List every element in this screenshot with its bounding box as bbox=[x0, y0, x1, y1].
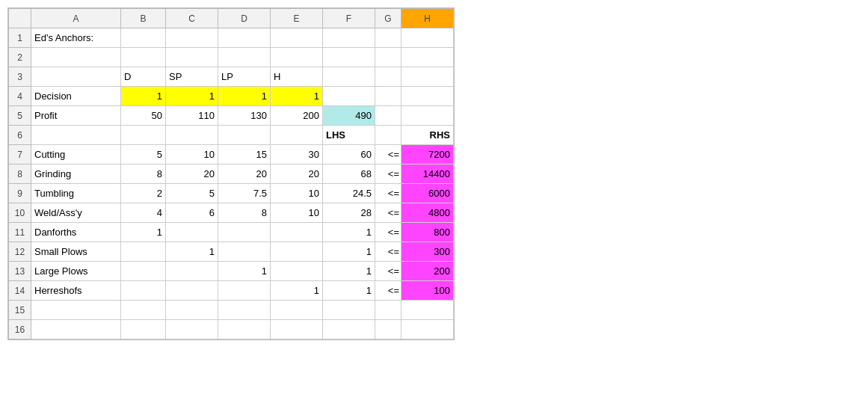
cell-2-H[interactable] bbox=[401, 48, 454, 67]
cell-13-D[interactable]: 1 bbox=[218, 262, 271, 281]
cell-14-F[interactable]: 1 bbox=[323, 281, 375, 301]
cell-3-F[interactable] bbox=[323, 67, 375, 87]
cell-8-G[interactable]: <= bbox=[375, 165, 401, 184]
cell-11-D[interactable] bbox=[218, 223, 271, 242]
cell-11-C[interactable] bbox=[166, 223, 218, 242]
cell-9-B[interactable]: 2 bbox=[121, 184, 166, 203]
cell-1-B[interactable] bbox=[121, 28, 166, 48]
cell-10-G[interactable]: <= bbox=[375, 203, 401, 223]
cell-9-H[interactable]: 6000 bbox=[401, 184, 454, 203]
cell-14-E[interactable]: 1 bbox=[271, 281, 323, 301]
cell-5-C[interactable]: 110 bbox=[166, 106, 218, 126]
cell-8-B[interactable]: 8 bbox=[121, 165, 166, 184]
cell-10-D[interactable]: 8 bbox=[218, 203, 271, 223]
cell-4-B[interactable]: 1 bbox=[121, 87, 166, 106]
cell-13-A[interactable]: Large Plows bbox=[31, 262, 121, 281]
cell-12-D[interactable] bbox=[218, 242, 271, 262]
cell-8-H[interactable]: 14400 bbox=[401, 165, 454, 184]
cell-5-G[interactable] bbox=[375, 106, 401, 126]
cell-11-A[interactable]: Danforths bbox=[31, 223, 121, 242]
cell-8-F[interactable]: 68 bbox=[323, 165, 375, 184]
cell-1-H[interactable] bbox=[401, 28, 454, 48]
cell-10-A[interactable]: Weld/Ass'y bbox=[31, 203, 121, 223]
cell-11-G[interactable]: <= bbox=[375, 223, 401, 242]
cell-2-A[interactable] bbox=[31, 48, 121, 67]
cell-6-B[interactable] bbox=[121, 126, 166, 145]
cell-10-H[interactable]: 4800 bbox=[401, 203, 454, 223]
cell-12-F[interactable]: 1 bbox=[323, 242, 375, 262]
cell-9-C[interactable]: 5 bbox=[166, 184, 218, 203]
cell-11-H[interactable]: 800 bbox=[401, 223, 454, 242]
cell-15-C[interactable] bbox=[166, 301, 218, 320]
cell-11-E[interactable] bbox=[271, 223, 323, 242]
cell-9-F[interactable]: 24.5 bbox=[323, 184, 375, 203]
cell-3-C[interactable]: SP bbox=[166, 67, 218, 87]
cell-2-E[interactable] bbox=[271, 48, 323, 67]
cell-12-B[interactable] bbox=[121, 242, 166, 262]
cell-7-E[interactable]: 30 bbox=[271, 145, 323, 165]
cell-12-H[interactable]: 300 bbox=[401, 242, 454, 262]
cell-1-C[interactable] bbox=[166, 28, 218, 48]
cell-15-G[interactable] bbox=[375, 301, 401, 320]
cell-9-D[interactable]: 7.5 bbox=[218, 184, 271, 203]
cell-10-F[interactable]: 28 bbox=[323, 203, 375, 223]
cell-7-D[interactable]: 15 bbox=[218, 145, 271, 165]
cell-4-F[interactable] bbox=[323, 87, 375, 106]
cell-10-C[interactable]: 6 bbox=[166, 203, 218, 223]
cell-1-E[interactable] bbox=[271, 28, 323, 48]
cell-10-E[interactable]: 10 bbox=[271, 203, 323, 223]
cell-11-F[interactable]: 1 bbox=[323, 223, 375, 242]
cell-10-B[interactable]: 4 bbox=[121, 203, 166, 223]
cell-8-C[interactable]: 20 bbox=[166, 165, 218, 184]
cell-15-A[interactable] bbox=[31, 301, 121, 320]
cell-13-H[interactable]: 200 bbox=[401, 262, 454, 281]
cell-13-G[interactable]: <= bbox=[375, 262, 401, 281]
cell-3-E[interactable]: H bbox=[271, 67, 323, 87]
cell-16-F[interactable] bbox=[323, 320, 375, 339]
cell-16-B[interactable] bbox=[121, 320, 166, 339]
cell-6-D[interactable] bbox=[218, 126, 271, 145]
cell-2-B[interactable] bbox=[121, 48, 166, 67]
cell-16-D[interactable] bbox=[218, 320, 271, 339]
cell-5-A[interactable]: Profit bbox=[31, 106, 121, 126]
cell-15-D[interactable] bbox=[218, 301, 271, 320]
cell-12-A[interactable]: Small Plows bbox=[31, 242, 121, 262]
cell-15-F[interactable] bbox=[323, 301, 375, 320]
cell-13-F[interactable]: 1 bbox=[323, 262, 375, 281]
cell-6-G[interactable] bbox=[375, 126, 401, 145]
cell-3-G[interactable] bbox=[375, 67, 401, 87]
cell-13-C[interactable] bbox=[166, 262, 218, 281]
cell-14-A[interactable]: Herreshofs bbox=[31, 281, 121, 301]
cell-14-C[interactable] bbox=[166, 281, 218, 301]
cell-5-B[interactable]: 50 bbox=[121, 106, 166, 126]
cell-6-A[interactable] bbox=[31, 126, 121, 145]
cell-1-A[interactable]: Ed's Anchors: bbox=[31, 28, 121, 48]
cell-7-C[interactable]: 10 bbox=[166, 145, 218, 165]
cell-2-C[interactable] bbox=[166, 48, 218, 67]
cell-5-F[interactable]: 490 bbox=[323, 106, 375, 126]
cell-4-D[interactable]: 1 bbox=[218, 87, 271, 106]
cell-4-E[interactable]: 1 bbox=[271, 87, 323, 106]
cell-11-B[interactable]: 1 bbox=[121, 223, 166, 242]
cell-2-G[interactable] bbox=[375, 48, 401, 67]
cell-7-H[interactable]: 7200 bbox=[401, 145, 454, 165]
cell-6-E[interactable] bbox=[271, 126, 323, 145]
cell-3-A[interactable] bbox=[31, 67, 121, 87]
cell-6-C[interactable] bbox=[166, 126, 218, 145]
cell-7-B[interactable]: 5 bbox=[121, 145, 166, 165]
cell-1-D[interactable] bbox=[218, 28, 271, 48]
cell-15-E[interactable] bbox=[271, 301, 323, 320]
cell-2-D[interactable] bbox=[218, 48, 271, 67]
cell-4-H[interactable] bbox=[401, 87, 454, 106]
cell-7-A[interactable]: Cutting bbox=[31, 145, 121, 165]
cell-1-G[interactable] bbox=[375, 28, 401, 48]
cell-4-C[interactable]: 1 bbox=[166, 87, 218, 106]
cell-15-B[interactable] bbox=[121, 301, 166, 320]
cell-13-B[interactable] bbox=[121, 262, 166, 281]
cell-14-B[interactable] bbox=[121, 281, 166, 301]
cell-14-G[interactable]: <= bbox=[375, 281, 401, 301]
cell-15-H[interactable] bbox=[401, 301, 454, 320]
cell-16-E[interactable] bbox=[271, 320, 323, 339]
cell-1-F[interactable] bbox=[323, 28, 375, 48]
cell-5-H[interactable] bbox=[401, 106, 454, 126]
